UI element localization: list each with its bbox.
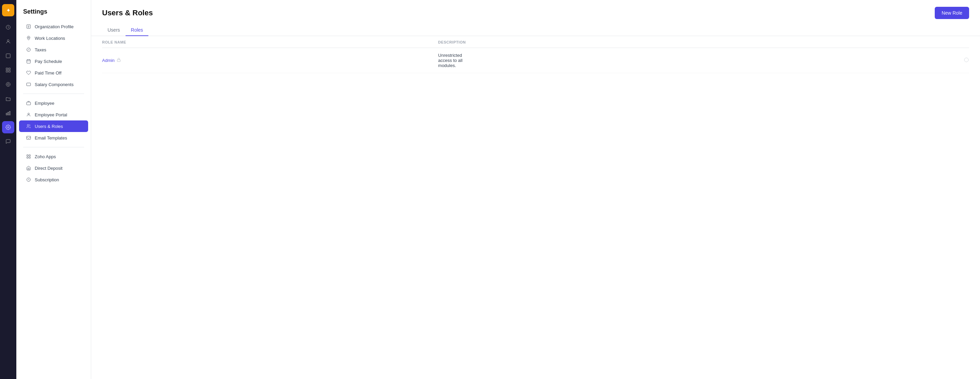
nav-icon-grid[interactable] [2, 64, 14, 76]
salary-components-icon [26, 82, 31, 87]
sidebar-item-users-roles[interactable]: Users & Roles [19, 121, 88, 132]
new-role-button[interactable]: New Role [935, 7, 969, 19]
svg-rect-9 [6, 113, 7, 115]
column-role-name: ROLE NAME [102, 36, 438, 48]
sidebar-item-taxes-label: Taxes [35, 47, 46, 53]
sidebar-item-salary-components[interactable]: Salary Components [19, 79, 88, 90]
svg-rect-5 [6, 70, 8, 72]
sidebar-item-email-templates[interactable]: Email Templates [19, 132, 88, 143]
sidebar-item-organization-profile-label: Organization Profile [35, 24, 73, 29]
taxes-icon [26, 47, 31, 53]
svg-point-12 [8, 127, 9, 128]
sidebar-item-direct-deposit-label: Direct Deposit [35, 166, 63, 171]
employee-portal-icon [26, 112, 31, 117]
sidebar-item-email-templates-label: Email Templates [35, 135, 67, 140]
svg-rect-4 [8, 68, 10, 70]
zoho-apps-icon [26, 154, 31, 159]
svg-point-7 [6, 82, 10, 86]
sidebar-item-users-roles-label: Users & Roles [35, 124, 63, 129]
direct-deposit-icon [26, 166, 31, 171]
tabs: Users Roles [91, 21, 980, 36]
sidebar-item-taxes[interactable]: Taxes [19, 44, 88, 56]
role-name-cell: Admin [102, 48, 438, 73]
paid-time-off-icon [26, 70, 31, 75]
employee-icon [26, 100, 31, 106]
svg-rect-21 [27, 136, 30, 139]
table-container: ROLE NAME DESCRIPTION Admin [91, 36, 980, 379]
sidebar-item-zoho-apps[interactable]: Zoho Apps [19, 151, 88, 162]
nav-icon-chart[interactable] [2, 107, 14, 119]
tab-users[interactable]: Users [102, 24, 126, 36]
sidebar-item-employee[interactable]: Employee [19, 97, 88, 109]
sidebar-item-work-locations-label: Work Locations [35, 36, 65, 41]
svg-point-14 [28, 37, 29, 38]
svg-rect-3 [6, 68, 8, 70]
page-title: Users & Roles [102, 8, 153, 18]
sidebar-item-direct-deposit[interactable]: Direct Deposit [19, 162, 88, 174]
table-body: Admin Unrestricted access to all modules… [102, 48, 969, 73]
admin-label: Admin [102, 58, 115, 63]
sidebar-item-pay-schedule-label: Pay Schedule [35, 59, 62, 64]
column-description: DESCRIPTION [438, 36, 466, 48]
roles-table: ROLE NAME DESCRIPTION Admin [102, 36, 969, 73]
divider-1 [23, 94, 84, 94]
svg-rect-10 [8, 112, 9, 115]
nav-icon-target[interactable] [2, 78, 14, 91]
users-roles-icon [26, 124, 31, 129]
work-locations-icon [26, 35, 31, 41]
icon-nav: ✦ [0, 0, 16, 379]
sidebar: Settings Organization Profile Work Locat… [16, 0, 91, 379]
svg-rect-11 [9, 111, 10, 115]
sidebar-item-subscription[interactable]: Subscription [19, 174, 88, 185]
row-action-cell[interactable] [466, 48, 969, 73]
svg-point-20 [27, 124, 29, 126]
sidebar-item-employee-label: Employee [35, 101, 54, 106]
svg-rect-25 [29, 157, 30, 158]
email-templates-icon [26, 135, 31, 140]
svg-rect-22 [27, 155, 28, 156]
svg-point-1 [7, 40, 9, 41]
sidebar-item-organization-profile[interactable]: Organization Profile [19, 21, 88, 32]
sidebar-item-pay-schedule[interactable]: Pay Schedule [19, 56, 88, 67]
svg-point-28 [964, 58, 969, 62]
nav-icon-star[interactable]: ✦ [2, 4, 14, 16]
main-header: Users & Roles New Role [91, 0, 980, 19]
sidebar-item-employee-portal-label: Employee Portal [35, 112, 67, 117]
sidebar-item-paid-time-off[interactable]: Paid Time Off [19, 67, 88, 79]
svg-point-19 [28, 113, 30, 115]
sidebar-item-subscription-label: Subscription [35, 177, 59, 182]
svg-rect-27 [117, 60, 120, 62]
table-header: ROLE NAME DESCRIPTION [102, 36, 969, 48]
svg-rect-23 [29, 155, 30, 156]
subscription-icon [26, 177, 31, 182]
divider-2 [23, 147, 84, 147]
svg-rect-16 [27, 59, 30, 63]
tab-roles[interactable]: Roles [126, 24, 149, 36]
svg-rect-18 [27, 102, 30, 105]
sidebar-item-work-locations[interactable]: Work Locations [19, 32, 88, 44]
pay-schedule-icon [26, 59, 31, 64]
nav-icon-settings[interactable] [2, 121, 14, 133]
main-content: Users & Roles New Role Users Roles ROLE … [91, 0, 980, 379]
svg-rect-17 [27, 83, 30, 86]
description-cell: Unrestricted access to all modules. [438, 48, 466, 73]
svg-rect-2 [6, 54, 10, 58]
sidebar-item-paid-time-off-label: Paid Time Off [35, 70, 62, 75]
nav-icon-clock[interactable] [2, 21, 14, 33]
sidebar-item-zoho-apps-label: Zoho Apps [35, 154, 56, 159]
organization-profile-icon [26, 24, 31, 29]
svg-rect-24 [27, 157, 28, 158]
svg-rect-6 [8, 70, 10, 72]
admin-link[interactable]: Admin [102, 58, 438, 63]
sidebar-item-salary-components-label: Salary Components [35, 82, 73, 87]
svg-point-8 [7, 83, 9, 85]
nav-icon-box[interactable] [2, 50, 14, 62]
nav-icon-folder[interactable] [2, 92, 14, 105]
sidebar-item-employee-portal[interactable]: Employee Portal [19, 109, 88, 121]
table-row[interactable]: Admin Unrestricted access to all modules… [102, 48, 969, 73]
nav-icon-user[interactable] [2, 35, 14, 48]
lock-icon [117, 58, 121, 63]
svg-rect-13 [27, 25, 30, 29]
sidebar-title: Settings [16, 5, 91, 21]
nav-icon-chat[interactable] [2, 135, 14, 148]
